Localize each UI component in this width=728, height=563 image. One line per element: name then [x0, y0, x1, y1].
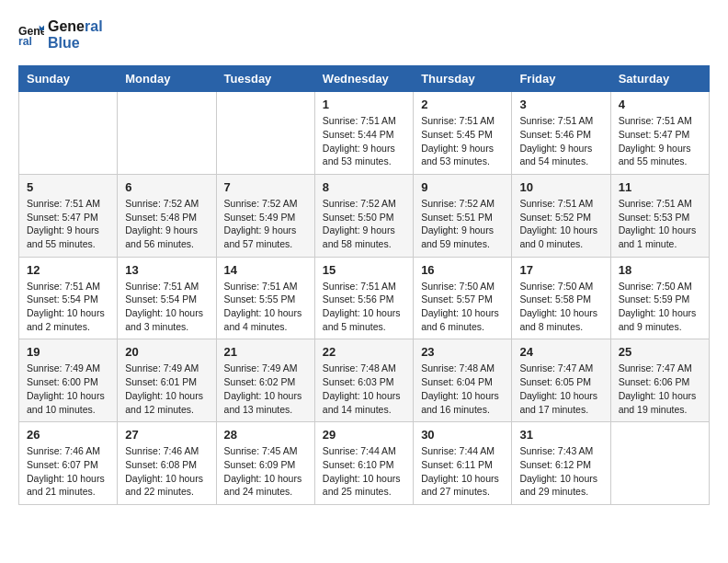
- calendar-day-cell: 26Sunrise: 7:46 AM Sunset: 6:07 PM Dayli…: [19, 422, 118, 505]
- calendar-table: SundayMondayTuesdayWednesdayThursdayFrid…: [18, 65, 710, 505]
- calendar-day-cell: 25Sunrise: 7:47 AM Sunset: 6:06 PM Dayli…: [610, 339, 709, 422]
- calendar-day-cell: 18Sunrise: 7:50 AM Sunset: 5:59 PM Dayli…: [610, 257, 709, 339]
- day-info: Sunrise: 7:51 AM Sunset: 5:44 PM Dayligh…: [323, 114, 405, 168]
- calendar-day-cell: 31Sunrise: 7:43 AM Sunset: 6:12 PM Dayli…: [512, 422, 610, 505]
- calendar-week-row: 19Sunrise: 7:49 AM Sunset: 6:00 PM Dayli…: [19, 339, 710, 422]
- calendar-day-cell: 17Sunrise: 7:50 AM Sunset: 5:58 PM Dayli…: [512, 257, 610, 339]
- calendar-day-cell: [216, 92, 314, 175]
- day-info: Sunrise: 7:45 AM Sunset: 6:09 PM Dayligh…: [224, 444, 307, 499]
- calendar-day-cell: 4Sunrise: 7:51 AM Sunset: 5:47 PM Daylig…: [610, 92, 709, 175]
- day-info: Sunrise: 7:49 AM Sunset: 6:01 PM Dayligh…: [125, 362, 208, 416]
- day-info: Sunrise: 7:51 AM Sunset: 5:47 PM Dayligh…: [27, 197, 109, 251]
- day-info: Sunrise: 7:52 AM Sunset: 5:51 PM Dayligh…: [421, 197, 504, 251]
- calendar-day-cell: [118, 92, 216, 175]
- day-info: Sunrise: 7:49 AM Sunset: 6:00 PM Dayligh…: [27, 362, 109, 416]
- day-number: 13: [125, 263, 208, 277]
- day-number: 19: [27, 345, 109, 359]
- day-number: 7: [224, 180, 307, 194]
- day-number: 1: [323, 98, 405, 111]
- calendar-day-cell: 27Sunrise: 7:46 AM Sunset: 6:08 PM Dayli…: [118, 422, 216, 505]
- calendar-day-cell: 10Sunrise: 7:51 AM Sunset: 5:52 PM Dayli…: [512, 174, 610, 257]
- logo-icon: Gene ral: [18, 22, 44, 48]
- calendar-day-cell: 23Sunrise: 7:48 AM Sunset: 6:04 PM Dayli…: [414, 339, 512, 422]
- calendar-week-row: 1Sunrise: 7:51 AM Sunset: 5:44 PM Daylig…: [19, 92, 710, 175]
- day-number: 27: [125, 428, 208, 442]
- day-info: Sunrise: 7:51 AM Sunset: 5:47 PM Dayligh…: [619, 114, 701, 168]
- logo-text-blue: Blue: [48, 35, 103, 52]
- calendar-day-cell: 22Sunrise: 7:48 AM Sunset: 6:03 PM Dayli…: [314, 339, 413, 422]
- day-info: Sunrise: 7:46 AM Sunset: 6:07 PM Dayligh…: [27, 444, 109, 499]
- page-header: Gene ral General Blue: [18, 18, 710, 51]
- day-info: Sunrise: 7:51 AM Sunset: 5:56 PM Dayligh…: [323, 280, 405, 334]
- calendar-day-cell: 15Sunrise: 7:51 AM Sunset: 5:56 PM Dayli…: [314, 257, 413, 339]
- day-info: Sunrise: 7:51 AM Sunset: 5:46 PM Dayligh…: [519, 114, 602, 168]
- day-number: 15: [323, 263, 405, 277]
- day-number: 10: [519, 180, 602, 194]
- day-number: 22: [323, 345, 405, 359]
- day-number: 20: [125, 345, 208, 359]
- day-number: 11: [619, 180, 701, 194]
- calendar-day-cell: 5Sunrise: 7:51 AM Sunset: 5:47 PM Daylig…: [19, 174, 118, 257]
- logo: Gene ral General Blue: [18, 18, 103, 51]
- day-info: Sunrise: 7:50 AM Sunset: 5:59 PM Dayligh…: [619, 280, 701, 334]
- calendar-day-cell: 20Sunrise: 7:49 AM Sunset: 6:01 PM Dayli…: [118, 339, 216, 422]
- calendar-day-cell: 29Sunrise: 7:44 AM Sunset: 6:10 PM Dayli…: [314, 422, 413, 505]
- calendar-day-cell: 16Sunrise: 7:50 AM Sunset: 5:57 PM Dayli…: [414, 257, 512, 339]
- day-info: Sunrise: 7:49 AM Sunset: 6:02 PM Dayligh…: [224, 362, 307, 416]
- calendar-day-cell: 13Sunrise: 7:51 AM Sunset: 5:54 PM Dayli…: [118, 257, 216, 339]
- day-info: Sunrise: 7:44 AM Sunset: 6:10 PM Dayligh…: [323, 444, 405, 499]
- day-number: 21: [224, 345, 307, 359]
- day-of-week-header: Thursday: [414, 66, 512, 92]
- calendar-week-row: 5Sunrise: 7:51 AM Sunset: 5:47 PM Daylig…: [19, 174, 710, 257]
- svg-text:ral: ral: [18, 34, 32, 47]
- calendar-day-cell: 3Sunrise: 7:51 AM Sunset: 5:46 PM Daylig…: [512, 92, 610, 175]
- day-of-week-header: Friday: [512, 66, 610, 92]
- day-number: 18: [619, 263, 701, 277]
- logo-text-general: General: [48, 18, 103, 35]
- calendar-day-cell: 11Sunrise: 7:51 AM Sunset: 5:53 PM Dayli…: [610, 174, 709, 257]
- day-number: 31: [519, 428, 602, 442]
- day-number: 8: [323, 180, 405, 194]
- calendar-day-cell: 19Sunrise: 7:49 AM Sunset: 6:00 PM Dayli…: [19, 339, 118, 422]
- calendar-day-cell: 8Sunrise: 7:52 AM Sunset: 5:50 PM Daylig…: [314, 174, 413, 257]
- day-number: 14: [224, 263, 307, 277]
- day-of-week-header: Monday: [118, 66, 216, 92]
- day-info: Sunrise: 7:52 AM Sunset: 5:50 PM Dayligh…: [323, 197, 405, 251]
- calendar-day-cell: 2Sunrise: 7:51 AM Sunset: 5:45 PM Daylig…: [414, 92, 512, 175]
- day-info: Sunrise: 7:47 AM Sunset: 6:06 PM Dayligh…: [619, 362, 701, 416]
- calendar-day-cell: 1Sunrise: 7:51 AM Sunset: 5:44 PM Daylig…: [314, 92, 413, 175]
- day-info: Sunrise: 7:52 AM Sunset: 5:49 PM Dayligh…: [224, 197, 307, 251]
- day-number: 25: [619, 345, 701, 359]
- day-number: 30: [421, 428, 504, 442]
- day-info: Sunrise: 7:52 AM Sunset: 5:48 PM Dayligh…: [125, 197, 208, 251]
- calendar-day-cell: 21Sunrise: 7:49 AM Sunset: 6:02 PM Dayli…: [216, 339, 314, 422]
- calendar-day-cell: 24Sunrise: 7:47 AM Sunset: 6:05 PM Dayli…: [512, 339, 610, 422]
- day-info: Sunrise: 7:51 AM Sunset: 5:54 PM Dayligh…: [27, 280, 109, 334]
- day-info: Sunrise: 7:51 AM Sunset: 5:45 PM Dayligh…: [421, 114, 504, 168]
- day-number: 6: [125, 180, 208, 194]
- day-info: Sunrise: 7:51 AM Sunset: 5:52 PM Dayligh…: [519, 197, 602, 251]
- day-number: 28: [224, 428, 307, 442]
- day-info: Sunrise: 7:44 AM Sunset: 6:11 PM Dayligh…: [421, 444, 504, 499]
- day-of-week-header: Wednesday: [314, 66, 413, 92]
- calendar-day-cell: 7Sunrise: 7:52 AM Sunset: 5:49 PM Daylig…: [216, 174, 314, 257]
- day-number: 24: [519, 345, 602, 359]
- day-info: Sunrise: 7:51 AM Sunset: 5:53 PM Dayligh…: [619, 197, 701, 251]
- day-info: Sunrise: 7:43 AM Sunset: 6:12 PM Dayligh…: [519, 444, 602, 499]
- calendar-day-cell: 28Sunrise: 7:45 AM Sunset: 6:09 PM Dayli…: [216, 422, 314, 505]
- day-of-week-header: Sunday: [19, 66, 118, 92]
- day-of-week-header: Saturday: [610, 66, 709, 92]
- day-info: Sunrise: 7:48 AM Sunset: 6:04 PM Dayligh…: [421, 362, 504, 416]
- day-number: 29: [323, 428, 405, 442]
- calendar-day-cell: 30Sunrise: 7:44 AM Sunset: 6:11 PM Dayli…: [414, 422, 512, 505]
- day-number: 9: [421, 180, 504, 194]
- calendar-day-cell: 12Sunrise: 7:51 AM Sunset: 5:54 PM Dayli…: [19, 257, 118, 339]
- calendar-day-cell: [19, 92, 118, 175]
- day-number: 4: [619, 98, 701, 111]
- day-of-week-header: Tuesday: [216, 66, 314, 92]
- day-info: Sunrise: 7:50 AM Sunset: 5:58 PM Dayligh…: [519, 280, 602, 334]
- day-number: 3: [519, 98, 602, 111]
- day-number: 5: [27, 180, 109, 194]
- calendar-week-row: 12Sunrise: 7:51 AM Sunset: 5:54 PM Dayli…: [19, 257, 710, 339]
- calendar-week-row: 26Sunrise: 7:46 AM Sunset: 6:07 PM Dayli…: [19, 422, 710, 505]
